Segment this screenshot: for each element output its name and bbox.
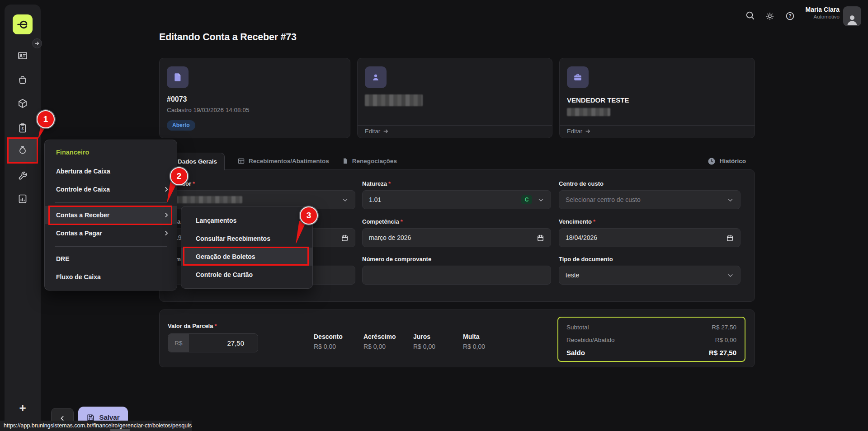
briefcase-icon bbox=[567, 66, 589, 88]
highlight-box-contas-receber bbox=[48, 206, 172, 225]
tab-recebimentos[interactable]: Recebimentos/Abatimentos bbox=[237, 157, 329, 165]
parcela-label: Valor da Parcela* bbox=[168, 323, 217, 329]
client-edit-link[interactable]: Editar bbox=[365, 128, 389, 135]
seller-edit-link[interactable]: Editar bbox=[567, 128, 591, 135]
tab-historico[interactable]: Histórico bbox=[708, 157, 746, 165]
summary-saldo: SaldoR$ 27,50 bbox=[566, 347, 736, 359]
stat-multa: Multa R$ 0,00 bbox=[463, 333, 485, 351]
tab-renegociacoes[interactable]: Renegociações bbox=[342, 158, 397, 164]
user-name: Maria Clara bbox=[806, 6, 840, 14]
submenu-item-consultar-recebimentos[interactable]: Consultar Recebimentos bbox=[181, 230, 312, 248]
chevron-right-icon bbox=[163, 230, 170, 236]
menu-divider bbox=[55, 246, 167, 247]
calendar-icon bbox=[726, 234, 734, 242]
natureza-credit-badge: C bbox=[521, 195, 532, 204]
devedor-value-redacted bbox=[175, 196, 242, 203]
invoice-clipboard-icon: $ bbox=[17, 122, 28, 133]
annotation-step-2: 2 bbox=[170, 167, 188, 185]
report-document-icon bbox=[17, 193, 28, 204]
annotation-step-1: 1 bbox=[37, 110, 55, 128]
sidebar: $ + bbox=[5, 5, 41, 431]
natureza-select[interactable]: 1.01 C bbox=[362, 190, 551, 209]
centro-custo-select[interactable]: Selecionar centro de custo bbox=[559, 190, 741, 209]
competencia-label: Competência* bbox=[362, 218, 403, 225]
currency-prefix: R$ bbox=[168, 334, 189, 352]
tipo-documento-select[interactable]: teste bbox=[559, 266, 741, 285]
user-role: Automotivo bbox=[806, 14, 840, 20]
client-card: Editar bbox=[357, 58, 552, 138]
file-icon bbox=[167, 66, 189, 88]
calendar-icon bbox=[537, 234, 544, 242]
chevron-down-icon bbox=[342, 197, 349, 203]
save-label: Salvar bbox=[99, 413, 119, 421]
arrow-right-icon bbox=[34, 41, 40, 46]
tipo-documento-value: teste bbox=[566, 272, 579, 279]
highlight-box-geracao-boletos bbox=[183, 247, 309, 266]
calendar-icon bbox=[341, 234, 349, 242]
svg-text:?: ? bbox=[788, 14, 791, 19]
sidebar-item-tools[interactable] bbox=[17, 171, 28, 182]
chevron-right-icon bbox=[163, 186, 170, 192]
submenu-item-controle-cartao[interactable]: Controle de Cartão bbox=[181, 266, 312, 284]
page-title: Editando Conta a Receber #73 bbox=[159, 32, 297, 43]
centro-custo-placeholder: Selecionar centro de custo bbox=[566, 196, 641, 203]
status-badge: Aberto bbox=[167, 120, 195, 131]
sidebar-item-store[interactable] bbox=[17, 75, 28, 85]
divider bbox=[560, 125, 755, 126]
chevron-down-icon bbox=[538, 197, 544, 203]
parcela-input[interactable]: R$ 27,50 bbox=[168, 333, 258, 352]
chevron-down-icon bbox=[727, 272, 734, 279]
numero-comprovante-input[interactable] bbox=[362, 266, 551, 285]
stat-juros: Juros R$ 0,00 bbox=[413, 333, 435, 351]
tipo-documento-label: Tipo de documento bbox=[559, 256, 613, 262]
arrow-right-icon bbox=[383, 128, 389, 134]
vencimento-label: Vencimento* bbox=[559, 218, 595, 225]
menu-item-fluxo-caixa[interactable]: Fluxo de Caixa bbox=[45, 268, 177, 286]
natureza-value: 1.01 bbox=[369, 196, 381, 203]
submenu-item-lancamentos[interactable]: Lançamentos bbox=[181, 211, 312, 230]
app-root: ? Maria Clara Automotivo $ bbox=[0, 0, 868, 431]
sidebar-item-reports[interactable] bbox=[17, 193, 28, 204]
menu-item-controle-caixa[interactable]: Controle de Caixa bbox=[45, 180, 177, 198]
menu-header: Financeiro bbox=[56, 149, 89, 156]
numero-comprovante-label: Número de comprovante bbox=[362, 256, 431, 262]
summary-box: SubtotalR$ 27,50 Recebido/AbatidoR$ 0,00… bbox=[557, 317, 745, 362]
sidebar-expand-button[interactable] bbox=[32, 38, 42, 48]
avatar[interactable] bbox=[843, 6, 861, 26]
seller-sub-redacted bbox=[567, 108, 610, 116]
sidebar-item-financeiro[interactable] bbox=[17, 145, 28, 156]
divider bbox=[358, 125, 552, 126]
sidebar-item-products[interactable] bbox=[17, 98, 28, 109]
summary-subtotal: SubtotalR$ 27,50 bbox=[566, 321, 736, 334]
store-basket-icon bbox=[17, 75, 28, 85]
search-icon[interactable] bbox=[745, 10, 755, 21]
vencimento-value: 18/04/2026 bbox=[566, 234, 597, 241]
vencimento-date-field[interactable]: 18/04/2026 bbox=[559, 228, 741, 247]
contact-card-icon bbox=[17, 50, 28, 61]
user-menu[interactable]: Maria Clara Automotivo bbox=[806, 6, 840, 20]
add-button[interactable]: + bbox=[13, 401, 33, 415]
help-icon[interactable]: ? bbox=[784, 10, 795, 21]
edit-label: Editar bbox=[365, 128, 380, 135]
stat-acrescimo: Acréscimo R$ 0,00 bbox=[363, 333, 396, 351]
menu-divider bbox=[55, 202, 167, 203]
svg-text:$: $ bbox=[21, 126, 24, 131]
totals-panel: Valor da Parcela* R$ 27,50 Desconto R$ 0… bbox=[159, 309, 755, 367]
stat-desconto: Desconto R$ 0,00 bbox=[314, 333, 343, 351]
app-logo[interactable] bbox=[13, 14, 33, 34]
money-bag-icon bbox=[17, 145, 28, 156]
sidebar-item-invoices[interactable]: $ bbox=[17, 122, 28, 133]
wrench-icon bbox=[17, 171, 28, 182]
tab-label: Histórico bbox=[719, 158, 746, 164]
theme-icon[interactable] bbox=[764, 11, 775, 22]
menu-item-dre[interactable]: DRE bbox=[45, 250, 177, 268]
person-icon bbox=[365, 66, 387, 88]
menu-item-contas-pagar[interactable]: Contas a Pagar bbox=[45, 224, 177, 242]
menu-item-abertura-caixa[interactable]: Abertura de Caixa bbox=[45, 162, 177, 180]
client-name-redacted bbox=[365, 94, 423, 106]
horizontal-scrollbar-thumb[interactable] bbox=[110, 429, 130, 431]
competencia-date-field[interactable]: março de 2026 bbox=[362, 228, 551, 247]
record-created-at: Cadastro 19/03/2026 14:08:05 bbox=[167, 107, 249, 113]
tab-label: Recebimentos/Abatimentos bbox=[249, 158, 329, 164]
sidebar-item-contacts[interactable] bbox=[17, 50, 28, 61]
